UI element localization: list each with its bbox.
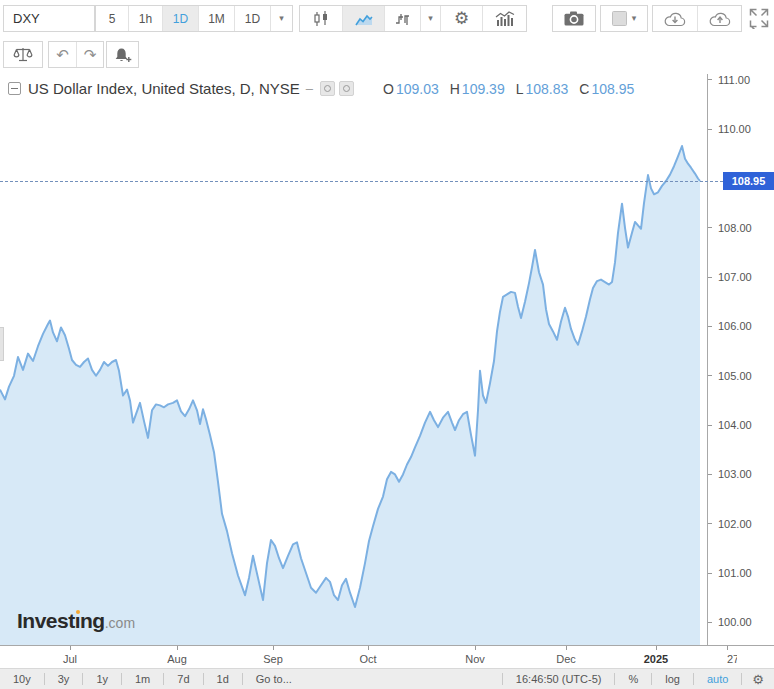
camera-icon <box>564 11 584 26</box>
candlestick-chart-button[interactable] <box>300 6 342 31</box>
range-button-3y[interactable]: 3y <box>45 673 83 685</box>
snapshot-button[interactable] <box>553 6 595 31</box>
step-line-chart-button[interactable] <box>384 6 420 31</box>
range-buttons: 10y3y1y1m7d1dGo to... <box>0 669 305 689</box>
price-tick-label: 105.00 <box>718 370 752 382</box>
bottom-toolbar: 10y3y1y1m7d1dGo to... 16:46:50 (UTC-5) %… <box>0 668 774 689</box>
compare-button[interactable] <box>4 42 42 67</box>
price-tick-label: 101.00 <box>718 567 752 579</box>
ohlc-value: 109.03 <box>396 81 439 97</box>
indicators-icon <box>495 11 515 26</box>
ohlc-key: H <box>450 81 460 97</box>
time-tick-mark <box>273 646 274 650</box>
current-price-line <box>0 181 723 182</box>
save-chart-button[interactable] <box>697 6 741 31</box>
price-tick-label: 106.00 <box>718 320 752 332</box>
layout-dropdown-caret: ▾ <box>632 14 637 23</box>
time-tick-mark <box>368 646 369 650</box>
interval-button-5-0[interactable]: 5 <box>96 6 128 31</box>
price-tick-mark <box>708 375 712 376</box>
candlestick-icon <box>312 10 330 28</box>
legend-dropdown[interactable]: – <box>306 81 313 96</box>
interval-button-1m-3[interactable]: 1M <box>198 6 234 31</box>
settings-button[interactable]: ⚙ <box>440 6 482 31</box>
price-tick-label: 110.00 <box>718 123 751 135</box>
add-alert-button[interactable] <box>107 42 138 67</box>
range-button-1d[interactable]: 1d <box>204 673 242 685</box>
legend-settings-button[interactable] <box>339 81 354 96</box>
ohlc-value: 109.39 <box>462 81 505 97</box>
price-tick-label: 107.00 <box>718 271 752 283</box>
interval-button-1d-2[interactable]: 1D <box>162 6 198 31</box>
symbol-box[interactable]: DXY <box>3 5 95 32</box>
legend-eye-button[interactable] <box>320 81 335 96</box>
cloud-download-icon <box>663 10 687 27</box>
ohlc-key: O <box>383 81 394 97</box>
percent-scale-button[interactable]: % <box>615 673 651 685</box>
interval-dropdown-caret[interactable]: ▾ <box>270 6 292 31</box>
legend-title: US Dollar Index, United States, D, NYSE <box>28 80 300 97</box>
ohlc-value: 108.95 <box>591 81 634 97</box>
price-tick-mark <box>708 622 712 623</box>
price-tick-mark <box>708 573 712 574</box>
price-tick-mark <box>708 227 712 228</box>
fullscreen-icon <box>748 7 770 29</box>
load-chart-button[interactable] <box>653 6 697 31</box>
chart-type-group: ▾ ⚙ <box>299 5 527 32</box>
time-tick-label: 2025 <box>639 653 673 665</box>
cloud-group <box>652 5 742 32</box>
gear-icon: ⚙ <box>752 672 764 687</box>
time-tick-mark <box>475 646 476 650</box>
price-tick-mark <box>708 79 712 80</box>
price-tick-mark <box>708 425 712 426</box>
undo-button[interactable]: ↶ <box>49 42 76 67</box>
ohlc-key: L <box>516 81 524 97</box>
time-tick-label: Oct <box>351 653 385 665</box>
clock-label[interactable]: 16:46:50 (UTC-5) <box>503 673 615 685</box>
interval-button-1h-1[interactable]: 1h <box>128 6 162 31</box>
range-button-1y[interactable]: 1y <box>83 673 121 685</box>
price-tick-label: 104.00 <box>718 419 752 431</box>
fullscreen-button[interactable] <box>748 7 770 29</box>
auto-scale-button[interactable]: auto <box>694 673 741 685</box>
scales-icon <box>13 46 33 63</box>
alert-bell-plus-icon <box>113 46 133 64</box>
axis-settings-button[interactable]: ⚙ <box>742 672 774 687</box>
drawing-toolbar-handle[interactable] <box>0 327 4 361</box>
time-tick-mark <box>177 646 178 650</box>
time-tick-mark <box>566 646 567 650</box>
legend: US Dollar Index, United States, D, NYSE … <box>8 80 634 97</box>
interval-button-1d-4[interactable]: 1D <box>234 6 270 31</box>
indicators-button[interactable] <box>482 6 526 31</box>
chart-widget: DXY 51h1D1M1D ▾ <box>0 0 774 689</box>
step-line-icon <box>394 11 412 27</box>
price-tick-mark <box>708 326 712 327</box>
price-tick-label: 103.00 <box>718 468 752 480</box>
price-axis[interactable]: 111.00110.00108.00107.00106.00105.00104.… <box>707 74 774 645</box>
time-tick-mark <box>70 646 71 650</box>
range-button-1m[interactable]: 1m <box>122 673 163 685</box>
range-button-10y[interactable]: 10y <box>0 673 44 685</box>
redo-button[interactable]: ↷ <box>76 42 103 67</box>
log-scale-button[interactable]: log <box>652 673 693 685</box>
symbol-input[interactable]: DXY <box>4 11 94 26</box>
compare-box <box>3 41 43 68</box>
range-button-7d[interactable]: 7d <box>164 673 202 685</box>
time-tick-label: Nov <box>458 653 492 665</box>
price-tick-mark <box>708 129 712 130</box>
time-tick-label: Jul <box>53 653 87 665</box>
time-tick-label: 27 <box>727 653 737 665</box>
price-tick-mark <box>708 474 712 475</box>
price-tick-mark <box>708 523 712 524</box>
chart-type-dropdown-caret[interactable]: ▾ <box>420 6 440 31</box>
time-axis[interactable]: JulAugSepOctNovDec202527 <box>0 645 774 668</box>
area-chart <box>0 74 707 645</box>
history-group: ↶ ↷ <box>48 41 104 68</box>
collapse-legend-icon[interactable] <box>8 82 21 95</box>
layout-button[interactable]: ▾ <box>601 6 647 31</box>
investing-logo: Investıng.com <box>17 609 135 633</box>
price-tick-mark <box>708 277 712 278</box>
range-button-goto[interactable]: Go to... <box>243 673 305 685</box>
chart-plot-area[interactable] <box>0 74 707 645</box>
area-chart-button[interactable] <box>342 6 384 31</box>
